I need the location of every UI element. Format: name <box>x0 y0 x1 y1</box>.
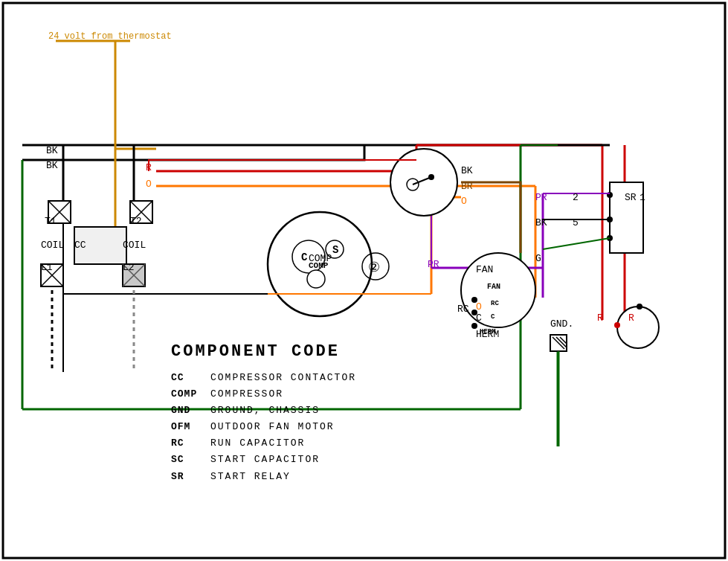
code-desc-sr: START RELAY <box>210 469 291 485</box>
g-label: G <box>535 253 541 264</box>
code-row-rc: RC RUN CAPACITOR <box>171 435 356 452</box>
num1-label: 1 <box>640 192 645 203</box>
code-abbr-ofm: OFM <box>171 419 204 435</box>
code-desc-cc: COMPRESSOR CONTACTOR <box>210 370 356 386</box>
comp-label: COMP <box>309 253 332 264</box>
fan-label: FAN <box>476 264 493 275</box>
component-code-section: COMPONENT CODE CC COMPRESSOR CONTACTOR C… <box>171 342 356 485</box>
code-row-gnd: GND GROUND, CHASSIS <box>171 403 356 419</box>
coil-l1-label: COIL <box>41 240 64 251</box>
herm-label: HERM <box>476 329 499 340</box>
component-code-title: COMPONENT CODE <box>171 342 356 361</box>
code-table: CC COMPRESSOR CONTACTOR COMP COMPRESSOR … <box>171 370 356 485</box>
code-row-comp: COMP COMPRESSOR <box>171 386 356 403</box>
code-desc-ofm: OUTDOOR FAN MOTOR <box>210 419 335 435</box>
pr2-label: PR <box>428 259 439 270</box>
code-row-ofm: OFM OUTDOOR FAN MOTOR <box>171 419 356 435</box>
ofm-o-label: O <box>461 196 467 207</box>
code-desc-rc: RUN CAPACITOR <box>210 435 305 452</box>
bk3-label: BK <box>535 217 547 228</box>
c-label: C <box>476 312 482 324</box>
code-abbr-gnd: GND <box>171 403 204 419</box>
gnd-label: GND. <box>550 318 573 330</box>
ofm-bk-label: BK <box>461 165 473 176</box>
code-desc-sc: START CAPACITOR <box>210 452 320 468</box>
code-row-sr: SR START RELAY <box>171 469 356 485</box>
r2-label: R <box>597 312 603 324</box>
num2-label: 2 <box>573 192 579 203</box>
code-row-cc: CC COMPRESSOR CONTACTOR <box>171 370 356 386</box>
code-abbr-sc: SC <box>171 452 204 468</box>
ofm-br-label: BR <box>461 181 473 192</box>
rc-label: RC <box>457 304 469 315</box>
bk1-label: BK <box>46 145 58 156</box>
bk2-label: BK <box>46 160 58 171</box>
code-abbr-cc: CC <box>171 370 204 386</box>
r3-label: R <box>628 312 634 324</box>
l2-label: L2 <box>123 262 135 273</box>
sr-label: SR <box>625 192 637 203</box>
coil-l2-label: COIL <box>123 240 146 251</box>
pr-label: PR <box>535 192 547 203</box>
code-desc-comp: COMPRESSOR <box>210 386 283 403</box>
num5-label: 5 <box>573 217 579 228</box>
code-desc-gnd: GROUND, CHASSIS <box>210 403 320 419</box>
code-abbr-sr: SR <box>171 469 204 485</box>
code-abbr-comp: COMP <box>171 386 204 403</box>
code-row-sc: SC START CAPACITOR <box>171 452 356 468</box>
r-label: R <box>146 162 152 173</box>
o2-label: O <box>476 301 482 312</box>
thermostat-label: 24 volt from thermostat <box>48 31 172 42</box>
code-abbr-rc: RC <box>171 435 204 452</box>
o-label: O <box>146 179 152 190</box>
t1-label: T1 <box>45 216 57 227</box>
cc-label: CC <box>74 240 86 251</box>
l1-label: L1 <box>41 262 53 273</box>
t2-label: T2 <box>130 216 142 227</box>
